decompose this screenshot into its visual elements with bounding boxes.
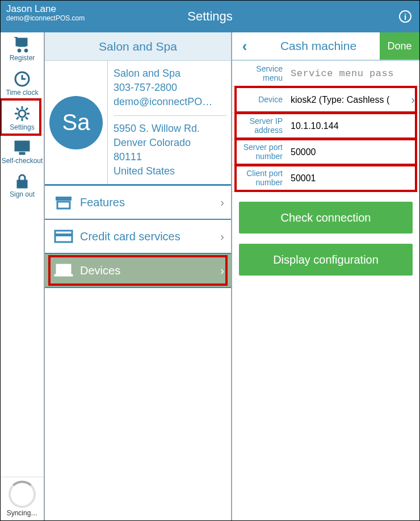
lock-icon [15,173,30,189]
svg-line-9 [16,108,19,110]
syncing-indicator: Syncing… [1,477,44,520]
field-device[interactable]: Device kiosk2 (Type: Cashless ( › [232,87,419,113]
field-value[interactable]: 50000 [286,147,419,157]
chevron-right-icon: › [220,230,224,243]
info-icon[interactable]: i [399,10,411,23]
top-bar: Jason Lane demo@iconnectPOS.com Settings… [1,1,419,32]
chevron-right-icon: › [220,196,224,209]
field-server-ip[interactable]: Server IPaddress 10.1.10.144 [232,113,419,139]
svg-rect-20 [57,265,70,274]
svg-point-2 [24,49,28,52]
svg-rect-16 [56,197,72,201]
user-name: Jason Lane [6,4,85,15]
nav-item-register[interactable]: Register [1,32,44,66]
back-button[interactable]: ‹ [232,37,257,55]
svg-rect-19 [55,234,72,236]
field-value[interactable]: kiosk2 (Type: Cashless ( [286,95,411,105]
svg-rect-15 [17,180,27,188]
menu-item-creditcard[interactable]: Credit card services › [45,220,231,254]
svg-rect-17 [57,202,70,209]
menu-label: Credit card services [75,230,220,243]
archive-icon [54,194,73,210]
org-avatar: Sa [49,96,103,149]
org-email: demo@iconnectPO… [114,95,226,109]
svg-line-12 [16,117,19,119]
detail-header: ‹ Cash machine Done [232,32,419,61]
svg-rect-14 [19,152,25,155]
check-connection-button[interactable]: Check connection [239,202,413,234]
nav-label: Time clock [6,89,39,97]
nav-label: Self-checkout [2,157,43,165]
middle-title: Salon and Spa [45,32,231,61]
display-configuration-button[interactable]: Display configuration [239,244,413,276]
nav-item-settings[interactable]: Settings [1,101,44,135]
monitor-icon [12,140,32,156]
syncing-label: Syncing… [7,509,38,517]
clock-icon [14,70,31,87]
field-label: Client portnumber [232,169,286,187]
cart-icon [12,37,32,53]
nav-item-signout[interactable]: Sign out [1,169,44,202]
field-client-port[interactable]: Client portnumber 50001 [232,165,419,191]
svg-line-11 [26,108,28,110]
card-icon [54,230,73,243]
svg-point-1 [18,49,21,52]
svg-rect-21 [54,274,73,276]
gear-icon [14,105,31,122]
org-address1: 5950 S. Willow Rd. [114,122,226,136]
page-title: Settings [187,9,233,24]
chevron-right-icon: › [411,93,415,106]
settings-middle-panel: Salon and Spa Sa Salon and Spa 303-757-2… [45,32,232,520]
field-label: Server IPaddress [232,117,286,135]
field-value[interactable]: 50001 [286,173,419,184]
field-value[interactable]: Service menu pass [286,68,419,79]
menu-label: Features [75,196,220,209]
nav-item-timeclock[interactable]: Time clock [1,66,44,101]
menu-label: Devices [75,264,220,277]
nav-label: Settings [10,123,34,131]
svg-rect-13 [15,141,30,151]
svg-point-4 [19,110,26,117]
field-value[interactable]: 10.1.10.144 [286,121,419,131]
field-label: Server portnumber [232,143,286,161]
spinner-icon [9,481,36,508]
org-phone: 303-757-2800 [114,81,226,95]
user-block: Jason Lane demo@iconnectPOS.com [6,4,85,22]
menu-item-features[interactable]: Features › [45,186,231,220]
org-country: United States [114,164,226,178]
field-label: Device [232,95,286,104]
org-city-state: Denver Colorado [114,136,226,150]
nav-label: Sign out [10,190,35,198]
svg-line-10 [26,117,28,119]
left-nav: Register Time clock Settings Self-checko… [1,32,45,520]
user-email: demo@iconnectPOS.com [6,15,85,22]
field-label: Servicemenu [232,65,286,82]
menu-item-devices[interactable]: Devices › [45,254,231,288]
done-button[interactable]: Done [380,32,419,60]
field-server-port[interactable]: Server portnumber 50000 [232,139,419,165]
org-card: Sa Salon and Spa 303-757-2800 demo@iconn… [45,61,231,186]
detail-panel: ‹ Cash machine Done Servicemenu Service … [232,32,419,520]
chevron-right-icon: › [220,264,224,277]
nav-item-selfcheckout[interactable]: Self-checkout [1,135,44,169]
org-zip: 80111 [114,150,226,164]
org-name: Salon and Spa [114,66,226,81]
detail-title: Cash machine [257,39,380,53]
nav-label: Register [10,54,35,62]
laptop-icon [53,264,74,277]
field-service-menu-password[interactable]: Servicemenu Service menu pass [232,61,419,87]
